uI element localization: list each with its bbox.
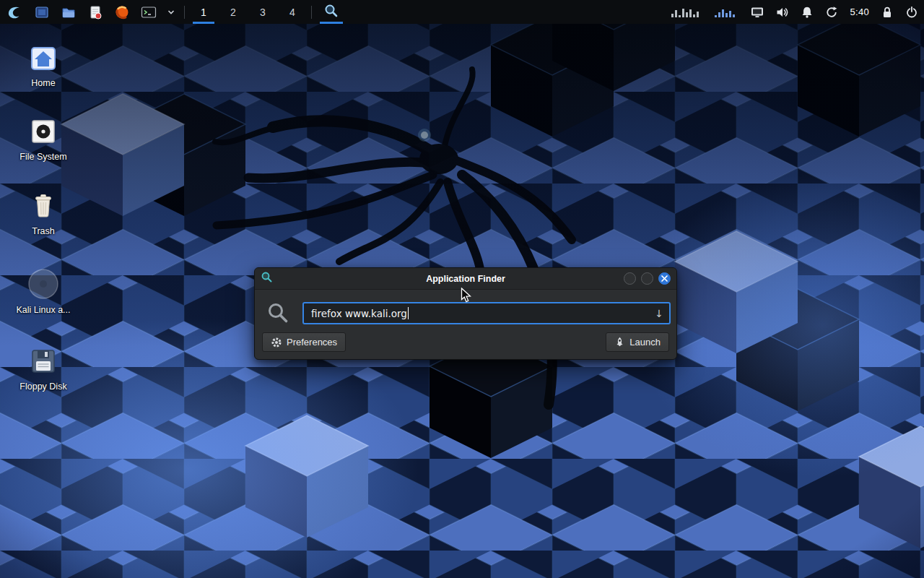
power-icon[interactable] — [905, 0, 918, 24]
panel-separator — [311, 6, 312, 19]
combo-arrow-icon[interactable]: ↓ — [655, 308, 663, 319]
file-manager-icon[interactable] — [32, 0, 51, 24]
text-editor-icon[interactable] — [86, 0, 105, 24]
kali-menu-icon[interactable] — [4, 0, 25, 24]
top-panel: 1 2 3 4 — [0, 0, 924, 24]
launch-icon — [614, 337, 625, 348]
volume-icon[interactable] — [776, 0, 789, 24]
launch-label: Launch — [629, 337, 661, 348]
update-icon[interactable] — [825, 0, 838, 24]
workspace-2[interactable]: 2 — [222, 0, 244, 24]
preferences-button[interactable]: Preferences — [262, 332, 346, 352]
preferences-label: Preferences — [287, 337, 337, 348]
search-input[interactable]: firefox www.kali.org ↓ — [302, 302, 671, 324]
desktop-icon-floppy-disk[interactable]: Floppy Disk — [7, 345, 79, 392]
desktop-icon-label: Trash — [7, 226, 79, 236]
file-system-icon — [27, 116, 59, 150]
application-finder-window: Application Finder fi — [254, 267, 677, 360]
activity-graph-icon[interactable] — [671, 0, 702, 24]
taskbar-application-finder[interactable] — [320, 0, 343, 24]
desktop-icon-kali-linux[interactable]: Kali Linux a... — [7, 267, 79, 315]
search-query-text: firefox www.kali.org — [311, 308, 407, 319]
desktop-icon-label: Floppy Disk — [7, 381, 79, 392]
bell-icon[interactable] — [801, 0, 814, 24]
gear-icon — [271, 337, 282, 348]
desktop-icon-label: File System — [7, 152, 79, 162]
folder-icon[interactable] — [59, 0, 78, 24]
network-graph-icon[interactable] — [714, 0, 738, 24]
home-icon — [27, 42, 59, 77]
text-caret — [408, 307, 409, 319]
workspace-3[interactable]: 3 — [252, 0, 274, 24]
window-app-icon — [261, 271, 273, 286]
maximize-icon[interactable] — [641, 272, 653, 285]
panel-separator — [184, 6, 185, 19]
workspace-1[interactable]: 1 — [193, 0, 214, 24]
desktop-icon-file-system[interactable]: File System — [7, 116, 79, 162]
minimize-icon[interactable] — [624, 272, 636, 285]
close-icon[interactable] — [658, 272, 671, 285]
window-title: Application Finder — [255, 274, 676, 284]
display-icon[interactable] — [750, 0, 764, 24]
kali-disc-icon — [27, 267, 60, 303]
desktop-icon-label: Home — [7, 78, 79, 88]
application-finder-icon — [323, 3, 339, 19]
floppy-disk-icon — [27, 345, 59, 380]
chevron-down-icon[interactable] — [166, 0, 176, 24]
lock-icon[interactable] — [881, 0, 894, 24]
finder-body: firefox www.kali.org ↓ Preferences Launc… — [255, 290, 676, 359]
desktop-icon-home[interactable]: Home — [7, 42, 79, 88]
trash-icon — [27, 190, 59, 225]
clock[interactable]: 5:40 — [850, 0, 869, 24]
terminal-icon[interactable] — [139, 0, 158, 24]
desktop-icon-label: Kali Linux a... — [7, 305, 79, 315]
desktop-icon-trash[interactable]: Trash — [7, 190, 79, 236]
titlebar[interactable]: Application Finder — [255, 268, 676, 290]
firefox-icon[interactable] — [113, 0, 131, 24]
search-icon — [266, 301, 289, 327]
launch-button[interactable]: Launch — [606, 332, 669, 352]
desktop-root: 1 2 3 4 — [0, 0, 924, 578]
workspace-4[interactable]: 4 — [282, 0, 303, 24]
